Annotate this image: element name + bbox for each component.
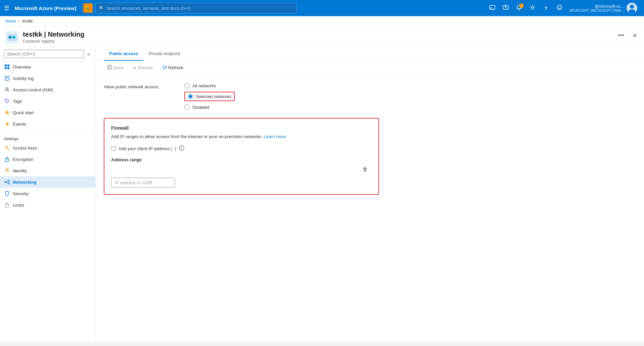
svg-point-30 <box>8 183 9 184</box>
settings-icon <box>530 4 536 12</box>
tab-private-endpoint[interactable]: Private endpoint <box>143 47 186 61</box>
notifications-badge: 2 <box>519 3 524 8</box>
more-options-button[interactable]: ••• <box>615 31 627 40</box>
sidebar-item-access-control[interactable]: Access control (IAM) <box>0 84 95 95</box>
sidebar-search-input[interactable] <box>4 50 84 58</box>
search-icon: 🔍 <box>99 6 104 11</box>
sidebar-item-encryption[interactable]: Encryption <box>0 154 95 165</box>
encryption-icon <box>4 156 10 162</box>
svg-line-31 <box>6 181 8 182</box>
radio-selected-networks[interactable]: Selected networks <box>184 92 235 101</box>
tab-public-access[interactable]: Public access <box>104 47 143 61</box>
tags-label: Tags <box>13 99 22 104</box>
svg-rect-17 <box>5 67 7 69</box>
breadcrumb: Home > testkk <box>0 16 644 27</box>
search-input[interactable] <box>106 6 293 11</box>
ip-address-input[interactable] <box>111 178 175 187</box>
svg-point-29 <box>8 180 9 181</box>
access-control-icon <box>4 87 10 93</box>
sidebar-item-identity[interactable]: Identity <box>0 165 95 176</box>
svg-line-32 <box>6 182 8 183</box>
hamburger-menu-button[interactable]: ☰ <box>4 4 9 12</box>
svg-line-25 <box>8 148 10 150</box>
tags-icon <box>4 98 10 104</box>
overview-icon <box>4 64 10 70</box>
sidebar-item-security[interactable]: Security <box>0 188 95 199</box>
feedback-button[interactable] <box>553 2 565 14</box>
quick-start-icon <box>4 110 10 116</box>
avatar <box>627 3 637 13</box>
sidebar-item-access-keys[interactable]: Access keys <box>0 142 95 154</box>
radio-all-networks-input[interactable] <box>184 83 190 88</box>
address-range-row <box>111 166 372 175</box>
sidebar-item-quick-start[interactable]: Quick start <box>0 107 95 118</box>
svg-point-28 <box>5 181 6 183</box>
sidebar-item-overview[interactable]: Overview <box>0 61 95 73</box>
svg-point-5 <box>558 7 559 7</box>
svg-point-6 <box>560 7 560 7</box>
top-nav-icons: 2 ? @microsoft.co... MICROSOFT (MICROSOF… <box>486 2 640 14</box>
sidebar-item-networking[interactable]: Networking <box>0 176 95 188</box>
bug-icon[interactable]: 🐛 <box>83 3 93 13</box>
collapse-sidebar-button[interactable]: « <box>86 50 91 58</box>
activity-log-label: Activity log <box>13 76 34 81</box>
radio-all-networks-label: All networks <box>192 83 216 88</box>
upload-button[interactable] <box>500 2 512 14</box>
client-ip-checkbox[interactable] <box>111 146 116 151</box>
svg-point-24 <box>5 146 8 149</box>
info-icon[interactable] <box>179 145 184 152</box>
svg-rect-26 <box>5 159 9 162</box>
radio-selected-networks-input[interactable] <box>188 94 193 99</box>
content-area: Public access Private endpoint Save ✕ Di… <box>96 47 644 342</box>
svg-rect-0 <box>490 5 495 9</box>
notifications-button[interactable]: 2 <box>513 2 525 14</box>
svg-rect-18 <box>7 67 9 69</box>
global-search-bar[interactable]: 🔍 <box>95 3 297 13</box>
identity-icon <box>4 168 10 174</box>
tab-bar: Public access Private endpoint <box>96 47 644 61</box>
svg-rect-33 <box>5 205 9 207</box>
sidebar-item-tags[interactable]: Tags <box>0 95 95 107</box>
cloud-shell-button[interactable] <box>486 2 498 14</box>
radio-disabled-input[interactable] <box>184 104 190 110</box>
firewall-description: Add IP ranges to allow access from the i… <box>111 133 372 140</box>
svg-point-3 <box>532 6 534 8</box>
delete-ip-button[interactable] <box>361 166 369 175</box>
settings-button[interactable] <box>526 2 539 14</box>
user-profile-button[interactable]: @microsoft.co... MICROSOFT (MICROSOFT.ON… <box>567 3 640 13</box>
settings-section-header: Settings <box>0 133 95 142</box>
networking-label: Networking <box>13 180 37 185</box>
network-access-row: Allow public network access: All network… <box>104 83 636 110</box>
security-icon <box>4 190 10 197</box>
learn-more-link[interactable]: Learn more. <box>264 134 287 139</box>
help-icon: ? <box>544 5 547 11</box>
upload-icon <box>503 4 509 12</box>
save-button[interactable]: Save <box>104 63 127 72</box>
svg-point-39 <box>181 147 182 147</box>
breadcrumb-separator: > <box>18 19 20 23</box>
brand-label: Microsoft Azure (Preview) <box>15 5 77 11</box>
sidebar-item-locks[interactable]: Locks <box>0 199 95 211</box>
refresh-button[interactable]: Refresh <box>159 63 187 72</box>
breadcrumb-current: testkk <box>22 19 33 24</box>
svg-point-23 <box>6 100 7 101</box>
help-button[interactable]: ? <box>540 2 552 14</box>
radio-disabled[interactable]: Disabled <box>184 104 235 110</box>
sidebar-item-activity-log[interactable]: Activity log <box>0 73 95 84</box>
save-label: Save <box>113 65 123 70</box>
page-header: testkk | Networking Container registry •… <box>0 27 644 47</box>
breadcrumb-home[interactable]: Home <box>5 19 16 24</box>
client-ip-row: Add your client IP address ( ) <box>111 145 372 152</box>
sidebar-search-area: « <box>0 47 95 61</box>
close-panel-button[interactable]: ✕ <box>631 31 639 41</box>
quick-start-label: Quick start <box>13 110 34 115</box>
discard-button[interactable]: ✕ Discard <box>129 64 156 72</box>
resource-icon-area <box>5 31 19 44</box>
radio-all-networks[interactable]: All networks <box>184 83 235 88</box>
sidebar-item-events[interactable]: Events <box>0 118 95 130</box>
network-access-radio-group: All networks Selected networks Disabled <box>184 83 235 110</box>
locks-icon <box>4 202 10 208</box>
radio-disabled-label: Disabled <box>192 105 210 110</box>
nav-divider <box>0 131 95 131</box>
svg-point-13 <box>13 36 15 39</box>
